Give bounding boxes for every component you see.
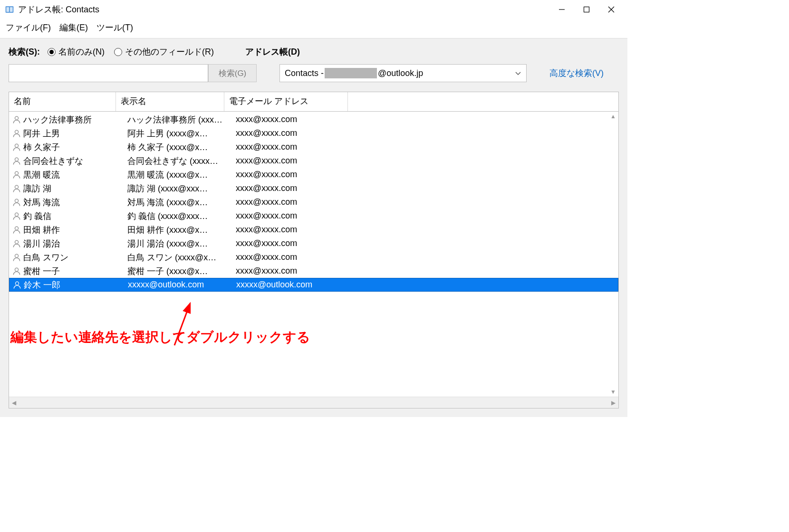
search-button[interactable]: 検索(G) (208, 64, 257, 82)
cell-display: xxxxx@outlook.com (128, 280, 236, 290)
search-label: 検索(S): (9, 46, 40, 57)
table-row[interactable]: ハック法律事務所ハック法律事務所 (xxx…xxxx@xxxx.com (9, 113, 618, 126)
cell-email: xxxxx@outlook.com (236, 280, 360, 290)
cell-email: xxxx@xxxx.com (236, 170, 359, 180)
person-icon (12, 211, 21, 221)
cell-email: xxxx@xxxx.com (236, 266, 359, 276)
cell-name: ハック法律事務所 (23, 114, 127, 125)
column-header-spacer (348, 92, 618, 111)
svg-rect-1 (6, 7, 9, 12)
cell-name: 阿井 上男 (23, 128, 127, 139)
radio-other-fields-label: その他のフィールド(R) (125, 46, 214, 57)
cell-name: 諏訪 湖 (23, 183, 127, 194)
svg-rect-4 (584, 7, 589, 12)
person-icon (12, 129, 21, 138)
table-row[interactable]: 黒潮 暖流黒潮 暖流 (xxxx@x…xxxx@xxxx.com (9, 168, 618, 181)
table-row[interactable]: 柿 久家子柿 久家子 (xxxx@x…xxxx@xxxx.com (9, 140, 618, 154)
svg-point-13 (15, 199, 19, 202)
table-row[interactable]: 合同会社きずな合同会社きずな (xxxx…xxxx@xxxx.com (9, 154, 618, 168)
table-row[interactable]: 田畑 耕作田畑 耕作 (xxxx@x…xxxx@xxxx.com (9, 223, 618, 237)
person-icon (12, 280, 22, 290)
cell-display: 諏訪 湖 (xxxx@xxx… (127, 183, 236, 194)
horizontal-scrollbar[interactable]: ◀ ▶ (9, 397, 618, 408)
table-row[interactable]: 湯川 湯治湯川 湯治 (xxxx@x…xxxx@xxxx.com (9, 237, 618, 250)
cell-name: 鈴木 一郎 (24, 279, 128, 291)
table-row[interactable]: 蜜柑 一子蜜柑 一子 (xxxx@x…xxxx@xxxx.com (9, 264, 618, 278)
person-icon (12, 170, 21, 180)
svg-point-11 (15, 171, 19, 175)
address-book-select[interactable]: Contacts - @outlook.jp (279, 64, 527, 82)
cell-name: 柿 久家子 (23, 142, 127, 153)
svg-point-10 (15, 158, 19, 161)
svg-rect-2 (10, 7, 13, 12)
svg-point-14 (15, 213, 19, 216)
menu-edit[interactable]: 編集(E) (57, 21, 91, 34)
address-book-icon (5, 5, 14, 14)
cell-name: 対馬 海流 (23, 197, 127, 208)
cell-name: 蜜柑 一子 (23, 266, 127, 277)
cell-display: 蜜柑 一子 (xxxx@x… (127, 266, 236, 277)
person-icon (12, 239, 21, 248)
cell-display: 湯川 湯治 (xxxx@x… (127, 238, 236, 249)
cell-display: 対馬 海流 (xxxx@x… (127, 197, 236, 208)
cell-email: xxxx@xxxx.com (236, 183, 359, 193)
cell-email: xxxx@xxxx.com (236, 142, 359, 152)
table-row[interactable]: 白鳥 スワン白鳥 スワン (xxxx@x…xxxx@xxxx.com (9, 250, 618, 264)
cell-email: xxxx@xxxx.com (236, 225, 359, 235)
contacts-grid: 名前 表示名 電子メール アドレス ハック法律事務所ハック法律事務所 (xxx…… (9, 92, 619, 408)
radio-icon (48, 48, 56, 56)
svg-point-8 (15, 130, 19, 133)
cell-email: xxxx@xxxx.com (236, 156, 359, 166)
person-icon (12, 115, 21, 124)
advanced-search-link[interactable]: 高度な検索(V) (549, 67, 604, 79)
svg-point-15 (15, 227, 19, 230)
radio-name-only-label: 名前のみ(N) (58, 46, 105, 57)
cell-name: 白鳥 スワン (23, 252, 127, 263)
maximize-button[interactable] (574, 0, 599, 19)
annotation-text: 編集したい連絡先を選択してダブルクリックする (10, 328, 310, 346)
person-icon (12, 156, 21, 166)
column-header-name[interactable]: 名前 (9, 92, 116, 111)
cell-email: xxxx@xxxx.com (236, 114, 359, 124)
address-book-label: アドレス帳(D) (245, 46, 300, 57)
cell-display: 阿井 上男 (xxxx@x… (127, 128, 236, 139)
column-header-display[interactable]: 表示名 (116, 92, 224, 111)
menubar: ファイル(F) 編集(E) ツール(T) (0, 19, 627, 38)
cell-display: ハック法律事務所 (xxx… (127, 114, 236, 125)
address-book-select-suffix: @outlook.jp (378, 68, 423, 78)
address-book-select-prefix: Contacts - (285, 68, 324, 78)
scroll-down-icon: ▼ (610, 389, 616, 395)
cell-display: 合同会社きずな (xxxx… (127, 155, 236, 167)
menu-tools[interactable]: ツール(T) (94, 21, 136, 34)
radio-name-only[interactable]: 名前のみ(N) (48, 46, 105, 57)
svg-point-16 (15, 240, 19, 244)
cell-name: 田畑 耕作 (23, 224, 127, 236)
search-input[interactable] (9, 64, 208, 82)
cell-display: 黒潮 暖流 (xxxx@x… (127, 169, 236, 180)
window-title: アドレス帳: Contacts (18, 4, 549, 15)
minimize-button[interactable] (549, 0, 574, 19)
table-row[interactable]: 鈴木 一郎xxxxx@outlook.comxxxxx@outlook.com (9, 278, 618, 292)
radio-icon (114, 48, 122, 56)
cell-email: xxxx@xxxx.com (236, 238, 359, 248)
radio-other-fields[interactable]: その他のフィールド(R) (114, 46, 214, 57)
table-row[interactable]: 阿井 上男阿井 上男 (xxxx@x…xxxx@xxxx.com (9, 126, 618, 140)
close-button[interactable] (599, 0, 624, 19)
cell-display: 白鳥 スワン (xxxx@x… (127, 252, 236, 263)
table-row[interactable]: 対馬 海流対馬 海流 (xxxx@x…xxxx@xxxx.com (9, 195, 618, 209)
column-header-email[interactable]: 電子メール アドレス (224, 92, 348, 111)
vertical-scrollbar[interactable]: ▲ ▼ (608, 112, 618, 397)
svg-point-19 (16, 282, 19, 285)
person-icon (12, 198, 21, 207)
cell-email: xxxx@xxxx.com (236, 211, 359, 221)
menu-file[interactable]: ファイル(F) (3, 21, 54, 34)
scroll-left-icon: ◀ (12, 399, 16, 406)
cell-display: 田畑 耕作 (xxxx@x… (127, 224, 236, 236)
cell-name: 湯川 湯治 (23, 238, 127, 249)
table-row[interactable]: 諏訪 湖諏訪 湖 (xxxx@xxx…xxxx@xxxx.com (9, 181, 618, 195)
scroll-right-icon: ▶ (611, 399, 616, 406)
table-row[interactable]: 釣 義信釣 義信 (xxxx@xxx…xxxx@xxxx.com (9, 209, 618, 223)
titlebar: アドレス帳: Contacts (0, 0, 627, 19)
person-icon (12, 142, 21, 152)
person-icon (12, 266, 21, 276)
